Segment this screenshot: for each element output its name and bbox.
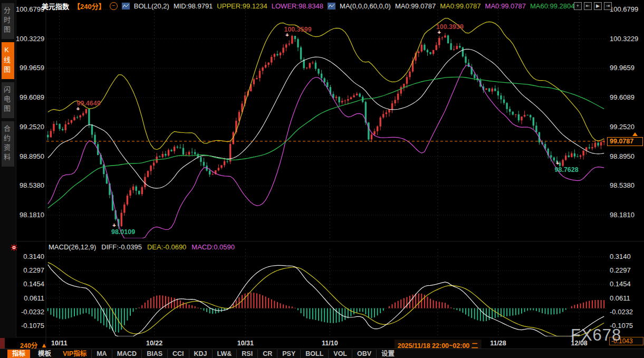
bottom-toolbar: 指标模板VIP指标MAMACDBIASCCIKDJLW&RSICRPSYBOLL… — [0, 349, 644, 358]
scale-left-icon[interactable]: ⇤ — [584, 2, 592, 10]
macd-axis-label-left: 0.1454 — [16, 280, 44, 288]
y-axis-label-left: 99.6089 — [16, 93, 44, 102]
macd-axis-label-left: -0.0232 — [16, 308, 44, 316]
y-axis-label-right: 98.5380 — [610, 181, 635, 190]
y-axis-label-left: 100.3229 — [16, 35, 44, 43]
boll-lower-value: LOWER:98.8348 — [272, 2, 323, 10]
chart-tool-icons: +⇤▶⇥ — [574, 2, 612, 10]
y-axis-label-right: 98.8950 — [610, 152, 635, 161]
toolbar-item-boll[interactable]: BOLL — [300, 350, 328, 358]
y-axis-label-left: 98.5380 — [16, 181, 44, 190]
price-annotation: 98.0109 — [111, 228, 135, 236]
annotation-cross-icon: + — [76, 105, 80, 112]
ma0-value-1: MA0:99.0787 — [395, 2, 436, 10]
indicator-settings-icon[interactable] — [11, 244, 17, 250]
price-marker-triangle-icon — [632, 132, 638, 136]
annotation-cross-icon: + — [112, 222, 116, 228]
boll-indicator-icon[interactable] — [122, 3, 130, 9]
y-axis-label-left: 100.6799 — [16, 5, 44, 14]
toolbar-item-obv[interactable]: OBV — [352, 350, 376, 358]
sidebar: 分时图K线图闪电图合约资料 — [0, 0, 16, 338]
macd-axis-label-right: 0.2297 — [610, 266, 631, 275]
boll-mid-value: MID:98.9791 — [174, 2, 213, 10]
xaxis-divider — [16, 337, 644, 337]
x-axis-date: 11/28 — [490, 340, 506, 347]
macd-axis-label-left: 0.2297 — [16, 266, 44, 275]
annotation-cross-icon: + — [285, 32, 289, 38]
macd-dea-value: DEA:-0.0690 — [147, 243, 186, 251]
current-price-box: 99.0787 — [607, 137, 643, 146]
x-axis-date: 10/31 — [237, 340, 254, 347]
y-axis-label-right: 99.9659 — [610, 64, 635, 72]
macd-axis-label-left: 0.3140 — [16, 253, 44, 261]
ma0-value-2: MA0:99.0787 — [440, 2, 480, 10]
price-annotation: 99.4649 — [76, 100, 100, 107]
sidebar-item-time-share-chart[interactable]: 分时图 — [2, 3, 14, 39]
macd-axis-label-right: 0.1454 — [610, 280, 631, 288]
macd-macd-value: MACD:0.0590 — [191, 243, 235, 251]
y-axis-label-left: 98.8950 — [16, 152, 44, 161]
macd-axis-label-right: 0.3140 — [610, 253, 631, 261]
toolbar-item-ma[interactable]: MA — [91, 350, 111, 358]
macd-legend: MACD(26,12,9) DIFF:-0.0395 DEA:-0.0690 M… — [49, 243, 235, 251]
toolbar-item-lwr[interactable]: LW& — [212, 350, 237, 358]
toolbar-item-kdj[interactable]: KDJ — [189, 350, 212, 358]
toolbar-item-template[interactable]: 模板 — [33, 350, 56, 358]
toolbar-item-psy[interactable]: PSY — [277, 350, 300, 358]
x-axis-date: 10/22 — [146, 340, 162, 347]
toolbar-item-indicator[interactable]: 指标 — [7, 350, 30, 358]
toolbar-item-cci[interactable]: CCI — [167, 350, 189, 358]
toolbar-item-rsi[interactable]: RSI — [236, 350, 257, 358]
candlestick-chart-canvas[interactable] — [0, 0, 644, 358]
y-axis-label-left: 99.9659 — [16, 64, 44, 72]
ma0-value-3: MA0:99.0787 — [485, 2, 526, 10]
ma60-value: MA60:99.2804 — [530, 2, 575, 10]
x-axis-date: 10/11 — [51, 340, 68, 347]
toolbar-item-vol[interactable]: VOL — [328, 350, 352, 358]
annotation-cross-icon: + — [438, 29, 441, 35]
y-axis-label-right: 99.6089 — [610, 93, 635, 102]
boll-label: BOLL(20,2) — [134, 2, 169, 10]
macd-axis-label-left: -0.1075 — [16, 322, 44, 330]
symbol-name: 美元指数 — [42, 1, 69, 11]
watermark: FX678 — [571, 326, 621, 345]
sidebar-item-flash-chart[interactable]: 闪电图 — [2, 82, 14, 118]
sidebar-item-kline-chart[interactable]: K线图 — [2, 42, 14, 79]
macd-axis-label-right: 0.0611 — [610, 294, 630, 303]
y-axis-label-right: 98.1810 — [610, 211, 635, 219]
annotation-cross-icon: + — [556, 160, 559, 166]
indicator-legend-bar: 美元指数 【240分】 − BOLL(20,2) MID:98.9791 UPP… — [42, 2, 574, 11]
ma-label: MA(0,0,0,60,0,0) — [340, 2, 391, 10]
chart-app: 美元指数 【240分】 − BOLL(20,2) MID:98.9791 UPP… — [0, 0, 644, 358]
panel-divider — [16, 241, 644, 241]
toolbar-item-vip-indicator[interactable]: VIP指标 — [58, 350, 91, 358]
period-up-icon: ▲ — [41, 342, 47, 349]
toolbar-item-cr[interactable]: CR — [257, 350, 277, 358]
macd-axis-label-left: 0.0611 — [16, 294, 44, 303]
period-label: 【240分】 — [73, 1, 105, 11]
macd-diff-value: DIFF:-0.0395 — [101, 243, 142, 251]
ma-indicator-icon[interactable] — [328, 3, 335, 9]
toolbar-item-macd[interactable]: MACD — [112, 350, 142, 358]
macd-axis-label-right: -0.0232 — [610, 308, 633, 316]
boll-upper-value: UPPER:99.1234 — [217, 2, 267, 10]
toolbar-item-bias[interactable]: BIAS — [141, 350, 167, 358]
y-axis-label-left: 99.2520 — [16, 123, 44, 131]
crosshair-icon[interactable]: + — [574, 2, 582, 10]
scale-right-icon[interactable]: ⇥ — [604, 2, 612, 10]
price-annotation: 98.7628 — [555, 166, 579, 173]
x-axis-date: 11/10 — [322, 340, 338, 347]
y-axis-label-left: 98.1810 — [16, 211, 44, 219]
collapse-icon[interactable]: − — [110, 2, 118, 10]
y-axis-label-right: 100.3229 — [610, 35, 638, 43]
macd-label: MACD(26,12,9) — [49, 243, 96, 251]
toolbar-item-settings[interactable]: 设置 — [376, 350, 399, 358]
y-axis-label-right: 100.6799 — [610, 5, 638, 14]
sidebar-item-contract-info[interactable]: 合约资料 — [2, 121, 14, 167]
pan-right-icon[interactable]: ▶ — [594, 2, 602, 10]
y-axis-label-right: 99.2520 — [610, 123, 635, 131]
